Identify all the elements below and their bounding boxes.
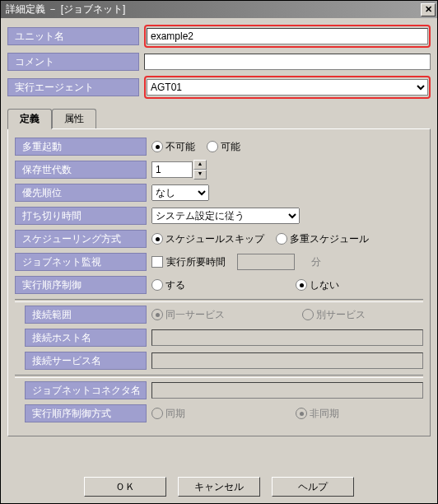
monitor-unit: 分 <box>311 255 321 269</box>
titlebar: 詳細定義 － [ジョブネット] ✕ <box>1 1 437 18</box>
sync-no-text: 非同期 <box>310 407 339 421</box>
help-button[interactable]: ヘルプ <box>272 477 354 497</box>
multi-start-no-text: 不可能 <box>165 140 195 154</box>
monitor-check-text: 実行所要時間 <box>166 255 226 269</box>
sched-multi-text: 多重スケジュール <box>290 232 369 246</box>
host-label: 接続ホスト名 <box>25 329 147 347</box>
multi-start-yes-radio[interactable]: 可能 <box>207 140 240 154</box>
sync-yes-text: 同期 <box>165 407 185 421</box>
scope-other-text: 別サービス <box>316 308 366 322</box>
sync-yes-radio: 同期 <box>151 407 185 421</box>
order-no-radio[interactable]: しない <box>296 278 339 292</box>
multi-start-label: 多重起動 <box>15 138 147 156</box>
scope-same-radio: 同一サービス <box>151 308 225 322</box>
close-icon[interactable]: ✕ <box>421 3 436 16</box>
host-input <box>151 329 423 346</box>
cutoff-label: 打ち切り時間 <box>15 207 147 225</box>
window-title: 詳細定義 － [ジョブネット] <box>6 2 421 16</box>
cutoff-select[interactable]: システム設定に従う <box>151 208 300 224</box>
tab-attributes[interactable]: 属性 <box>52 109 96 128</box>
comment-label: コメント <box>7 53 139 71</box>
agent-highlight: AGT01 <box>144 76 431 99</box>
scheduling-label: スケジューリング方式 <box>15 230 147 248</box>
connector-input <box>151 382 423 399</box>
scope-label: 接続範囲 <box>25 306 147 324</box>
monitor-time-input <box>237 254 295 270</box>
service-label: 接続サービス名 <box>25 352 147 370</box>
definition-panel: 多重起動 不可能 可能 保存世代数 ▲▼ 優先順位 なし 打ち切り時間 <box>7 128 431 436</box>
scope-same-text: 同一サービス <box>165 308 225 322</box>
agent-select[interactable]: AGT01 <box>147 79 428 96</box>
comment-input[interactable] <box>144 54 431 70</box>
multi-start-no-radio[interactable]: 不可能 <box>151 140 195 154</box>
sched-skip-radio[interactable]: スケジュールスキップ <box>151 232 264 246</box>
sched-multi-radio[interactable]: 多重スケジュール <box>276 232 369 246</box>
service-input <box>151 352 423 369</box>
ok-button[interactable]: ＯＫ <box>84 477 166 497</box>
divider <box>15 299 423 302</box>
spin-up-icon[interactable]: ▲ <box>193 160 207 170</box>
monitor-checkbox[interactable]: 実行所要時間 <box>151 255 226 269</box>
unit-name-input[interactable] <box>147 28 428 44</box>
connector-label: ジョブネットコネクタ名 <box>25 381 147 399</box>
tab-definition[interactable]: 定義 <box>7 109 52 129</box>
priority-label: 優先順位 <box>15 184 147 202</box>
footer-buttons: ＯＫ キャンセル ヘルプ <box>1 477 437 497</box>
agent-label: 実行エージェント <box>7 78 139 96</box>
scope-other-radio: 別サービス <box>302 308 366 322</box>
top-form: ユニット名 コメント 実行エージェント AGT01 <box>1 18 437 107</box>
unit-name-label: ユニット名 <box>7 27 139 45</box>
tab-bar: 定義 属性 <box>7 110 431 128</box>
sched-skip-text: スケジュールスキップ <box>165 232 264 246</box>
generations-stepper[interactable]: ▲▼ <box>151 160 207 180</box>
unit-name-highlight <box>144 25 431 48</box>
order-yes-radio[interactable]: する <box>151 278 185 292</box>
spin-down-icon[interactable]: ▼ <box>193 170 207 180</box>
order-no-text: しない <box>310 278 339 292</box>
generations-input[interactable] <box>151 161 193 178</box>
generations-label: 保存世代数 <box>15 161 147 179</box>
multi-start-yes-text: 可能 <box>221 140 240 154</box>
window: 詳細定義 － [ジョブネット] ✕ ユニット名 コメント 実行エージェント AG… <box>0 0 438 504</box>
order-yes-text: する <box>165 278 185 292</box>
sync-method-label: 実行順序制御方式 <box>25 404 147 422</box>
priority-select[interactable]: なし <box>151 184 209 201</box>
divider <box>15 375 423 378</box>
cancel-button[interactable]: キャンセル <box>178 477 260 497</box>
monitor-label: ジョブネット監視 <box>15 253 147 271</box>
sync-no-radio: 非同期 <box>296 407 339 421</box>
order-control-label: 実行順序制御 <box>15 276 147 294</box>
